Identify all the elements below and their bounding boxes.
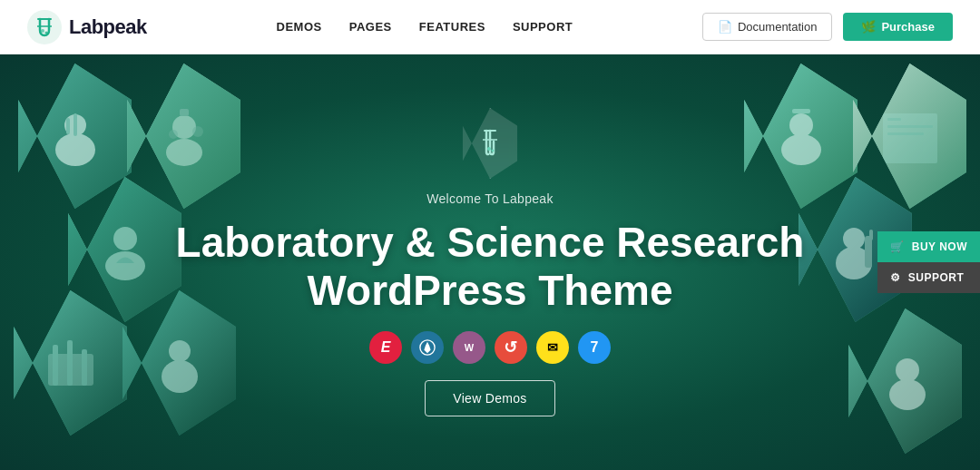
revolution-slider-icon: ↺: [495, 331, 527, 364]
logo[interactable]: Labpeak: [27, 10, 147, 44]
header-actions: 📄 Documentation 🌿 Purchase: [702, 13, 953, 41]
purchase-button[interactable]: 🌿 Purchase: [843, 13, 953, 41]
wordpress-icon: [411, 331, 444, 364]
svg-point-33: [487, 147, 491, 151]
documentation-button[interactable]: 📄 Documentation: [702, 13, 832, 41]
elementor-icon: E: [369, 331, 402, 364]
logo-text: Labpeak: [69, 15, 147, 39]
hero-center-content: Welcome To Labpeak Laboratory & Science …: [176, 108, 805, 416]
hero-subtitle: Welcome To Labpeak: [426, 191, 554, 206]
gear-icon: ⚙: [890, 271, 901, 284]
nav-pages[interactable]: PAGES: [349, 20, 392, 34]
side-floating-buttons: 🛒 BUY NOW ⚙ SUPPORT: [877, 231, 980, 293]
support-button[interactable]: ⚙ SUPPORT: [877, 262, 980, 293]
svg-point-0: [27, 10, 62, 44]
main-nav: DEMOS PAGES FEATURES SUPPORT: [277, 20, 573, 34]
woocommerce-icon: W: [453, 331, 485, 364]
svg-point-34: [491, 150, 494, 152]
nav-demos[interactable]: DEMOS: [277, 20, 322, 34]
hero-brand-icon: [458, 108, 522, 179]
plugin7-icon: 7: [578, 331, 611, 364]
header: Labpeak DEMOS PAGES FEATURES SUPPORT 📄 D…: [0, 0, 980, 54]
svg-point-2: [45, 31, 48, 34]
view-demos-button[interactable]: View Demos: [425, 380, 554, 416]
nav-support[interactable]: SUPPORT: [513, 20, 573, 34]
mailchimp-icon: ✉: [536, 331, 569, 364]
doc-icon: 📄: [718, 20, 732, 34]
hero-title: Laboratory & Science Research WordPress …: [176, 219, 805, 315]
cart-icon: 🛒: [890, 240, 905, 253]
buy-now-button[interactable]: 🛒 BUY NOW: [877, 231, 980, 262]
nav-features[interactable]: FEATURES: [419, 20, 485, 34]
hero-section: Welcome To Labpeak Laboratory & Science …: [0, 54, 980, 470]
leaf-icon: 🌿: [861, 20, 876, 34]
plugin-icons-row: E W ↺ ✉ 7: [369, 331, 611, 364]
logo-icon: [27, 10, 62, 44]
svg-point-1: [41, 29, 44, 33]
